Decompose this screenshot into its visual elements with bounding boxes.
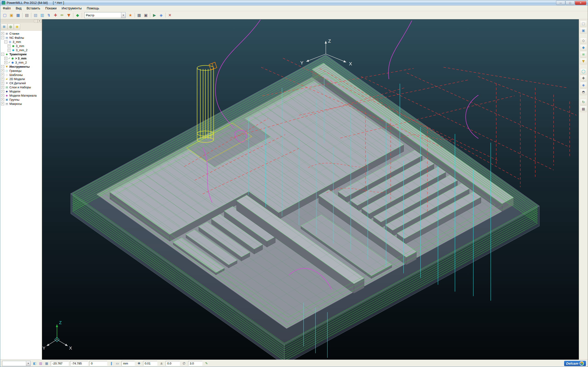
strategy-combo[interactable]: Растр ▼	[84, 12, 126, 18]
tree-item-tools[interactable]: −▼Инструменты	[0, 65, 42, 69]
lightbulb-icon[interactable]: ◉	[14, 24, 20, 30]
wireframe-view-icon[interactable]: ◇	[580, 37, 587, 44]
tree-item-groups[interactable]: +▣Группы	[0, 98, 42, 102]
strategy-combo-arrow-icon[interactable]: ▼	[121, 12, 125, 18]
batch-process-icon[interactable]: ▣	[142, 12, 149, 18]
tree-item-patterns[interactable]: +◇Шаблоны	[0, 73, 42, 77]
expand-icon[interactable]: +	[1, 86, 4, 89]
hold-icon[interactable]: ‖	[109, 361, 114, 366]
toolpath-strategies-icon[interactable]: ★	[127, 12, 134, 18]
expand-icon[interactable]: +	[4, 57, 7, 60]
expand-icon[interactable]: +	[8, 49, 10, 52]
tree-item-toolpath-3mm[interactable]: +✓●> 3_mm	[0, 56, 42, 60]
expand-icon[interactable]: +	[1, 102, 4, 105]
maximize-button[interactable]: ▢	[565, 1, 575, 5]
tree-item-nc-toolpath-3mm2[interactable]: +●3_mm_2	[0, 48, 42, 52]
collapse-icon[interactable]: −	[1, 65, 4, 68]
tool-icon[interactable]: ▼	[65, 12, 72, 18]
expand-icon[interactable]: +	[1, 94, 4, 97]
tree-item-nc-toolpath-3mm[interactable]: +●3_mm	[0, 44, 42, 48]
expand-icon[interactable]: +	[8, 44, 10, 48]
menu-item-tools[interactable]: Инструменты	[59, 6, 84, 11]
print-icon[interactable]: ▤	[23, 12, 30, 18]
tree-item-stock-models[interactable]: +◆Модели Материала	[0, 93, 42, 98]
calculator-icon[interactable]: ▦	[136, 12, 142, 18]
tree-item-workplanes[interactable]: +✚СК Деталей	[0, 81, 42, 85]
expand-icon[interactable]: +	[1, 90, 4, 93]
tree-item-2d-models[interactable]: +▰2D Модели	[0, 77, 42, 81]
multicolour-toggle-icon[interactable]: ▨	[38, 361, 43, 366]
grid-icon[interactable]: ▦	[44, 361, 49, 366]
tree-view-icon[interactable]: ⊞	[1, 24, 7, 30]
simulation-icon[interactable]: ▶	[151, 12, 158, 18]
expand-icon[interactable]: +	[1, 32, 4, 35]
tool-display-icon[interactable]: ▼	[580, 58, 587, 65]
shaded-view-icon[interactable]: ◆	[580, 44, 587, 51]
menu-item-insert[interactable]: Вставить	[24, 6, 43, 11]
tree-item-toolpaths[interactable]: −◆Траектории	[0, 52, 42, 56]
boundary-display-icon[interactable]: ◯	[580, 68, 587, 75]
expand-icon[interactable]: +	[4, 61, 7, 64]
workplane-display-icon[interactable]: ✚	[580, 75, 587, 81]
tree-item-nc-program-3mm[interactable]: −▥3_mm	[0, 40, 42, 44]
viewport-3d[interactable]: ZYXZYX	[42, 19, 579, 360]
z-coordinate-field[interactable]: 0	[89, 361, 107, 366]
diameter-field[interactable]: 3.0	[188, 361, 202, 366]
workplane-combo[interactable]: ▼	[2, 361, 31, 366]
save-project-icon[interactable]: ▦	[15, 12, 21, 18]
y-coordinate-field[interactable]: -74.785	[70, 361, 88, 366]
measure-icon[interactable]: ▭	[115, 361, 120, 366]
diameter-icon[interactable]: ∅	[181, 361, 187, 366]
tree-item-toolpath-3mm2[interactable]: +✓●3_mm_2	[0, 60, 42, 65]
toolpath-display-icon[interactable]: ≡	[580, 51, 587, 58]
shaded-block-icon[interactable]: ▣	[580, 27, 587, 34]
edit-accept-icon[interactable]: ✎	[204, 361, 209, 366]
open-project-icon[interactable]: ▣	[8, 12, 15, 18]
thickness-field[interactable]: 0.0	[166, 361, 180, 366]
start-point-icon[interactable]: ✚	[52, 12, 59, 18]
close-button[interactable]: ✕	[575, 1, 586, 5]
collapse-icon[interactable]: −	[4, 40, 7, 43]
workplane-combo-arrow-icon[interactable]: ▼	[26, 361, 30, 366]
close-panel-icon[interactable]: ✕	[38, 19, 41, 23]
tree-item-macros[interactable]: +▤Макросы	[0, 102, 42, 106]
viewport-canvas[interactable]: ZYXZYX	[42, 19, 579, 360]
tree-item-nc-files[interactable]: −▤NC Файлы	[0, 35, 42, 40]
close-toolbar-icon[interactable]: ✕	[166, 12, 173, 18]
expand-icon[interactable]: +	[1, 98, 4, 101]
collapse-icon[interactable]: −	[1, 53, 4, 56]
units-field[interactable]: mm	[121, 361, 135, 366]
refresh-view-icon[interactable]: ↻	[580, 99, 587, 105]
tree-item-machines[interactable]: +▦Станки	[0, 31, 42, 35]
menu-item-display[interactable]: Покажи	[43, 6, 59, 11]
feed-rate-icon[interactable]: ▥	[39, 12, 45, 18]
menu-item-view[interactable]: Вид	[13, 6, 24, 11]
world-icon[interactable]: ◍	[7, 24, 14, 30]
expand-icon[interactable]: +	[1, 77, 4, 81]
collapse-icon[interactable]: −	[1, 36, 4, 39]
x-coordinate-field[interactable]: -20.767	[51, 361, 69, 366]
top-view-icon[interactable]: ◓	[580, 89, 587, 95]
new-project-icon[interactable]: ▢	[1, 12, 8, 18]
rapid-heights-icon[interactable]: ↯	[45, 12, 52, 18]
expand-icon[interactable]: +	[1, 82, 4, 85]
tolerance-field[interactable]: 0.01	[143, 361, 157, 366]
menu-item-help[interactable]: Помощь	[84, 6, 102, 11]
delcam-exchange-icon[interactable]: ◆	[74, 12, 81, 18]
shaded-toggle-icon[interactable]: ◧	[32, 361, 37, 366]
expand-icon[interactable]: +	[1, 73, 4, 76]
iso-view-icon[interactable]: ◈	[580, 82, 587, 88]
tree-item-levels-sets[interactable]: +▤Слои и Наборы	[0, 85, 42, 89]
minimize-button[interactable]: —	[556, 1, 565, 5]
expand-icon[interactable]: +	[1, 69, 4, 72]
viewmill-icon[interactable]: ◈	[158, 12, 164, 18]
thickness-icon[interactable]: ±	[159, 361, 164, 366]
block-form-icon[interactable]: ▧	[32, 12, 39, 18]
window-titlebar[interactable]: PowerMILL Pro 2012 (64-bit) [ * Нет ] — …	[0, 0, 588, 6]
tree-item-models[interactable]: +◆Модели	[0, 89, 42, 93]
leads-links-icon[interactable]: ✏	[59, 12, 65, 18]
tolerance-icon[interactable]: ✚	[136, 361, 142, 366]
tree-item-boundaries[interactable]: +○Границы	[0, 69, 42, 73]
pin-panel-icon[interactable]: ▫	[34, 19, 38, 23]
menu-item-file[interactable]: Файл	[0, 6, 13, 11]
